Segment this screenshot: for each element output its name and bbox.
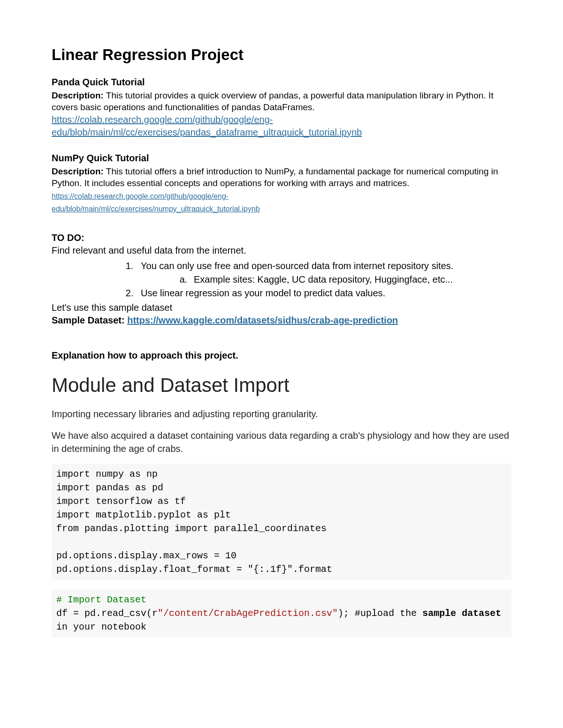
description-label: Description: xyxy=(52,166,104,176)
code-comment: # Import Dataset xyxy=(56,594,146,605)
panda-link[interactable]: https://colab.research.google.com/github… xyxy=(52,114,362,137)
module-title: Module and Dataset Import xyxy=(52,372,511,399)
module-para-2: We have also acquired a dataset containi… xyxy=(52,429,511,455)
code-text: ); #upload the xyxy=(338,608,422,619)
numpy-link[interactable]: https://colab.research.google.com/github… xyxy=(52,192,260,213)
code-line: import numpy as np xyxy=(56,469,158,480)
code-line: import pandas as pd xyxy=(56,482,163,493)
code-line: import matplotlib.pyplot as plt xyxy=(56,510,231,520)
todo-intro: Find relevant and useful data from the i… xyxy=(52,244,511,257)
code-line: pd.options.display.max_rows = 10 xyxy=(56,550,236,561)
code-text: df = pd.read_csv(r xyxy=(56,608,158,619)
numpy-link-line1: https://colab.research.google.com/github… xyxy=(52,192,228,200)
todo-item-1a: Example sites: Kaggle, UC data repositor… xyxy=(190,273,511,286)
sample-dataset-label: Sample Dataset: xyxy=(52,315,127,325)
numpy-section: NumPy Quick Tutorial Description: This t… xyxy=(52,152,511,215)
panda-link-line1: https://colab.research.google.com/github… xyxy=(52,114,273,125)
code-bold: sample dataset xyxy=(422,608,501,619)
panda-link-line2: edu/blob/main/ml/cc/exercises/pandas_dat… xyxy=(52,127,362,137)
todo-item-2: Use linear regression as your model to p… xyxy=(136,287,511,300)
panda-description-text: This tutorial provides a quick overview … xyxy=(52,90,494,113)
panda-section: Panda Quick Tutorial Description: This t… xyxy=(52,76,511,139)
numpy-description-text: This tutorial offers a brief introductio… xyxy=(52,166,498,188)
todo-section: TO DO: Find relevant and useful data fro… xyxy=(52,232,511,327)
numpy-description: Description: This tutorial offers a brie… xyxy=(52,165,511,189)
numpy-heading: NumPy Quick Tutorial xyxy=(52,152,511,165)
numpy-link-line2: edu/blob/main/ml/cc/exercises/numpy_ultr… xyxy=(52,205,260,213)
code-line: import tensorflow as tf xyxy=(56,496,186,507)
todo-list: You can only use free and open-sourced d… xyxy=(52,260,511,300)
todo-item-1-text: You can only use free and open-sourced d… xyxy=(141,261,453,271)
panda-heading: Panda Quick Tutorial xyxy=(52,76,511,89)
code-block-imports: import numpy as np import pandas as pd i… xyxy=(52,464,511,580)
panda-description: Description: This tutorial provides a qu… xyxy=(52,90,511,113)
page-title: Linear Regression Project xyxy=(52,45,511,66)
todo-item-1: You can only use free and open-sourced d… xyxy=(136,260,511,286)
code-line: from pandas.plotting import parallel_coo… xyxy=(56,523,327,534)
sample-dataset-line: Sample Dataset: https://www.kaggle.com/d… xyxy=(52,314,511,327)
sample-dataset-link[interactable]: https://www.kaggle.com/datasets/sidhus/c… xyxy=(127,315,398,325)
module-para-1: Importing necessary libraries and adjust… xyxy=(52,407,511,420)
explanation-heading: Explanation how to approach this project… xyxy=(52,349,511,362)
code-string: "/content/CrabAgePrediction.csv" xyxy=(158,608,338,619)
todo-sublist: Example sites: Kaggle, UC data repositor… xyxy=(141,273,511,286)
description-label: Description: xyxy=(52,90,104,100)
use-sample-text: Let's use this sample dataset xyxy=(52,301,511,314)
todo-heading: TO DO: xyxy=(52,232,511,244)
code-block-import-dataset: # Import Dataset df = pd.read_csv(r"/con… xyxy=(52,589,511,638)
code-line: pd.options.display.float_format = "{:.1f… xyxy=(56,564,332,575)
